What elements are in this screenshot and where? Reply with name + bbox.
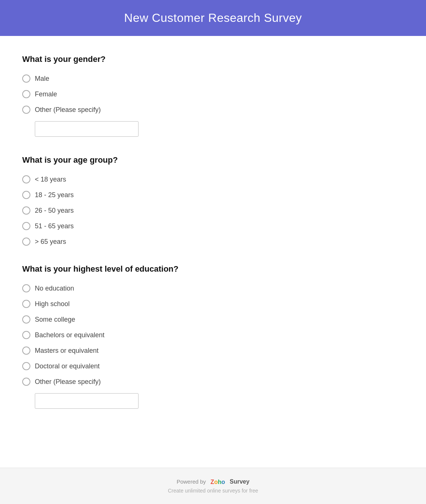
logo-h: h [218,479,222,485]
option-row-age-0: < 18 years [22,175,311,183]
survey-label: Survey [230,478,249,485]
radio-education-3[interactable] [22,331,30,339]
option-row-gender-1: Female [22,90,311,98]
option-row-education-2: Some college [22,315,311,324]
option-label-age-4: > 65 years [35,238,66,246]
logo-z: Z [210,479,214,485]
option-label-education-5: Doctoral or equivalent [35,362,100,370]
option-label-gender-0: Male [35,75,49,83]
zoho-logo: Zoho [210,479,225,485]
option-label-education-6: Other (Please specify) [35,378,101,386]
question-title-education: What is your highest level of education? [22,264,311,274]
option-label-gender-2: Other (Please specify) [35,106,101,114]
option-row-gender-0: Male [22,74,311,83]
question-section-education: What is your highest level of education?… [22,264,311,409]
option-row-age-1: 18 - 25 years [22,191,311,199]
question-section-gender: What is your gender?MaleFemaleOther (Ple… [22,54,311,137]
option-label-age-3: 51 - 65 years [35,222,74,230]
option-label-education-1: High school [35,300,70,308]
survey-footer: Powered by Zoho Survey Create unlimited … [0,468,426,504]
radio-gender-2[interactable] [22,106,30,114]
option-row-education-5: Doctoral or equivalent [22,362,311,370]
option-label-education-2: Some college [35,316,75,324]
radio-education-4[interactable] [22,346,30,355]
option-row-age-2: 26 - 50 years [22,206,311,215]
powered-by-text: Powered by [177,478,206,485]
radio-education-5[interactable] [22,362,30,370]
page-wrapper: New Customer Research Survey What is you… [0,0,426,504]
option-row-education-0: No education [22,284,311,292]
radio-gender-1[interactable] [22,90,30,98]
option-row-age-4: > 65 years [22,238,311,246]
option-label-education-3: Bachelors or equivalent [35,331,104,339]
option-row-education-6: Other (Please specify) [22,378,311,386]
radio-education-0[interactable] [22,284,30,292]
option-row-education-4: Masters or equivalent [22,346,311,355]
question-title-age: What is your age group? [22,155,311,165]
powered-by-line: Powered by Zoho Survey [7,478,419,485]
survey-title: New Customer Research Survey [7,11,419,25]
radio-education-6[interactable] [22,378,30,386]
radio-age-0[interactable] [22,175,30,183]
text-input-education-6[interactable] [35,393,139,409]
radio-age-3[interactable] [22,222,30,230]
logo-o2: o [222,479,225,485]
option-row-age-3: 51 - 65 years [22,222,311,230]
option-label-gender-1: Female [35,90,57,98]
radio-age-2[interactable] [22,206,30,215]
option-label-education-4: Masters or equivalent [35,347,99,355]
option-label-age-0: < 18 years [35,176,66,183]
survey-header: New Customer Research Survey [0,0,426,36]
radio-education-2[interactable] [22,315,30,324]
radio-education-1[interactable] [22,300,30,308]
radio-age-1[interactable] [22,191,30,199]
question-title-gender: What is your gender? [22,54,311,64]
option-label-age-1: 18 - 25 years [35,191,74,199]
footer-tagline: Create unlimited online surveys for free [7,488,419,494]
text-input-gender-2[interactable] [35,121,139,137]
logo-o1: o [214,479,218,485]
question-section-age: What is your age group?< 18 years18 - 25… [22,155,311,246]
option-label-education-0: No education [35,285,74,292]
option-label-age-2: 26 - 50 years [35,207,74,215]
main-area: What is your gender?MaleFemaleOther (Ple… [0,36,426,468]
option-row-education-3: Bachelors or equivalent [22,331,311,339]
radio-gender-0[interactable] [22,74,30,83]
radio-age-4[interactable] [22,238,30,246]
survey-content: What is your gender?MaleFemaleOther (Ple… [0,36,333,450]
option-row-gender-2: Other (Please specify) [22,106,311,114]
option-row-education-1: High school [22,300,311,308]
